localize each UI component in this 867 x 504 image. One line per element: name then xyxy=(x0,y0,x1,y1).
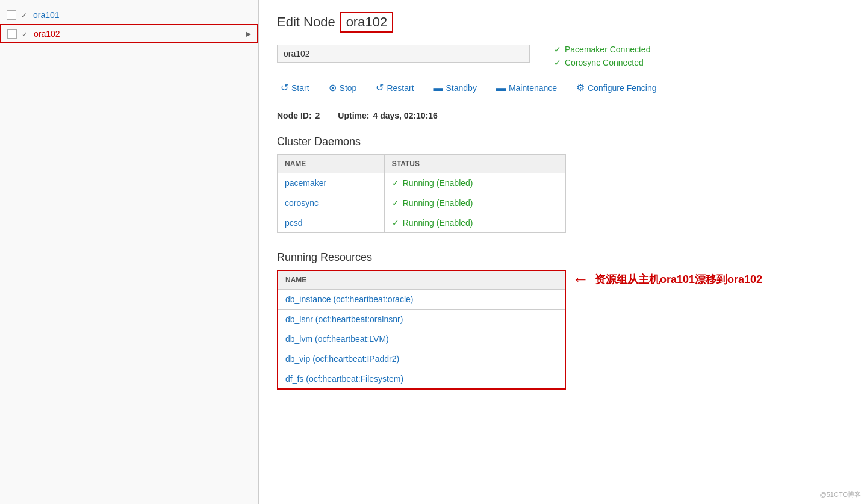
daemon-name: pacemaker xyxy=(278,173,385,193)
node-name-badge: ora102 xyxy=(340,12,394,33)
checkbox-ora101[interactable] xyxy=(7,10,16,20)
status-text: Running (Enabled) xyxy=(403,178,473,188)
uptime-value: 4 days, 02:10:16 xyxy=(373,111,437,120)
sidebar-label-ora102: ora102 xyxy=(34,29,60,39)
res-col-header-name: NAME xyxy=(278,270,565,290)
check-icon: ✓ xyxy=(392,218,399,228)
start-icon: ↺ xyxy=(281,82,288,93)
pacemaker-status-label: Pacemaker Connected xyxy=(565,45,650,54)
check-icon: ✓ xyxy=(392,178,399,188)
maintenance-label: Maintenance xyxy=(509,83,557,93)
standby-label: Standby xyxy=(446,83,477,93)
pacemaker-status: ✓ Pacemaker Connected xyxy=(554,45,650,54)
table-row: corosync ✓ Running (Enabled) xyxy=(278,193,566,213)
expand-icon-ora102: ✓ xyxy=(22,30,29,37)
checkbox-ora102[interactable] xyxy=(7,29,17,39)
expand-icon-ora101: ✓ xyxy=(21,11,28,19)
start-label: Start xyxy=(291,83,309,93)
annotation-container: ← 资源组从主机ora101漂移到ora102 xyxy=(572,270,762,289)
corosync-status: ✓ Corosync Connected xyxy=(554,58,650,67)
status-indicators: ✓ Pacemaker Connected ✓ Corosync Connect… xyxy=(554,45,650,67)
fencing-icon: ⚙ xyxy=(576,82,585,93)
col-header-name: NAME xyxy=(278,155,385,173)
resource-name: db_vip (ocf:heartbeat:IPaddr2) xyxy=(278,349,565,369)
daemon-name: pcsd xyxy=(278,213,385,233)
chevron-right-icon: ▶ xyxy=(246,30,251,38)
annotation-text: 资源组从主机ora101漂移到ora102 xyxy=(595,272,762,287)
list-item: df_fs (ocf:heartbeat:Filesystem) xyxy=(278,369,565,390)
maintenance-button[interactable]: ▬ Maintenance xyxy=(493,80,561,96)
node-info: Node ID: 2 Uptime: 4 days, 02:10:16 xyxy=(277,111,849,120)
daemon-status: ✓ Running (Enabled) xyxy=(384,173,565,193)
page-header: Edit Node ora102 xyxy=(277,12,849,33)
status-text: Running (Enabled) xyxy=(403,198,473,208)
start-button[interactable]: ↺ Start xyxy=(277,79,313,96)
resource-name: db_instance (ocf:heartbeat:oracle) xyxy=(278,290,565,310)
uptime-label: Uptime: xyxy=(338,111,369,120)
running-resources-section: Running Resources NAME db_instance (ocf:… xyxy=(277,251,849,408)
running-resources-title: Running Resources xyxy=(277,251,849,264)
daemon-name: corosync xyxy=(278,193,385,213)
check-icon-pacemaker: ✓ xyxy=(554,45,561,54)
cluster-daemons-section: Cluster Daemons NAME STATUS pacemaker ✓ … xyxy=(277,135,849,233)
status-text: Running (Enabled) xyxy=(403,218,473,228)
list-item: db_instance (ocf:heartbeat:oracle) xyxy=(278,290,565,310)
uptime-item: Uptime: 4 days, 02:10:16 xyxy=(338,111,438,120)
sidebar-label-ora101: ora101 xyxy=(33,10,60,20)
status-section: ✓ Pacemaker Connected ✓ Corosync Connect… xyxy=(277,45,849,67)
restart-button[interactable]: ↺ Restart xyxy=(372,79,417,96)
check-icon: ✓ xyxy=(392,198,399,208)
stop-button[interactable]: ⊗ Stop xyxy=(325,79,361,96)
standby-icon: ▬ xyxy=(434,82,443,93)
cluster-daemons-title: Cluster Daemons xyxy=(277,135,849,148)
maintenance-icon: ▬ xyxy=(496,82,506,93)
annotation-arrow-icon: ← xyxy=(572,270,589,289)
resource-name: df_fs (ocf:heartbeat:Filesystem) xyxy=(278,369,565,390)
sidebar: ✓ ora101 ✓ ora102 ▶ xyxy=(0,0,259,504)
stop-label: Stop xyxy=(340,83,357,93)
main-content: Edit Node ora102 ✓ Pacemaker Connected ✓… xyxy=(259,0,867,504)
node-id-value: 2 xyxy=(315,111,320,120)
resource-name: db_lsnr (ocf:heartbeat:oralnsnr) xyxy=(278,310,565,329)
page-title: Edit Node xyxy=(277,14,335,30)
list-item: db_vip (ocf:heartbeat:IPaddr2) xyxy=(278,349,565,369)
list-item: db_lvm (ocf:heartbeat:LVM) xyxy=(278,329,565,349)
list-item: db_lsnr (ocf:heartbeat:oralnsnr) xyxy=(278,310,565,329)
configure-fencing-button[interactable]: ⚙ Configure Fencing xyxy=(573,79,660,96)
cluster-daemons-table: NAME STATUS pacemaker ✓ Running (Enabled… xyxy=(277,154,566,233)
daemon-status: ✓ Running (Enabled) xyxy=(384,213,565,233)
resources-table-wrapper: NAME db_instance (ocf:heartbeat:oracle)d… xyxy=(277,270,566,408)
restart-icon: ↺ xyxy=(376,82,384,93)
resources-content: NAME db_instance (ocf:heartbeat:oracle)d… xyxy=(277,270,849,408)
action-bar: ↺ Start ⊗ Stop ↺ Restart ▬ Standby ▬ Mai… xyxy=(277,79,849,96)
daemon-status: ✓ Running (Enabled) xyxy=(384,193,565,213)
node-id-label: Node ID: xyxy=(277,111,312,120)
configure-fencing-label: Configure Fencing xyxy=(588,83,656,93)
check-icon-corosync: ✓ xyxy=(554,58,561,67)
table-row: pacemaker ✓ Running (Enabled) xyxy=(278,173,566,193)
node-name-input[interactable] xyxy=(277,45,530,63)
resource-name: db_lvm (ocf:heartbeat:LVM) xyxy=(278,329,565,349)
sidebar-item-ora101[interactable]: ✓ ora101 xyxy=(0,6,258,24)
corosync-status-label: Corosync Connected xyxy=(565,58,644,67)
table-row: pcsd ✓ Running (Enabled) xyxy=(278,213,566,233)
running-resources-table: NAME db_instance (ocf:heartbeat:oracle)d… xyxy=(277,270,566,390)
stop-icon: ⊗ xyxy=(329,82,337,93)
restart-label: Restart xyxy=(387,83,414,93)
standby-button[interactable]: ▬ Standby xyxy=(430,80,480,96)
watermark: @51CTO博客 xyxy=(820,490,861,499)
sidebar-item-ora102[interactable]: ✓ ora102 ▶ xyxy=(0,24,258,43)
col-header-status: STATUS xyxy=(384,155,565,173)
node-id-item: Node ID: 2 xyxy=(277,111,320,120)
